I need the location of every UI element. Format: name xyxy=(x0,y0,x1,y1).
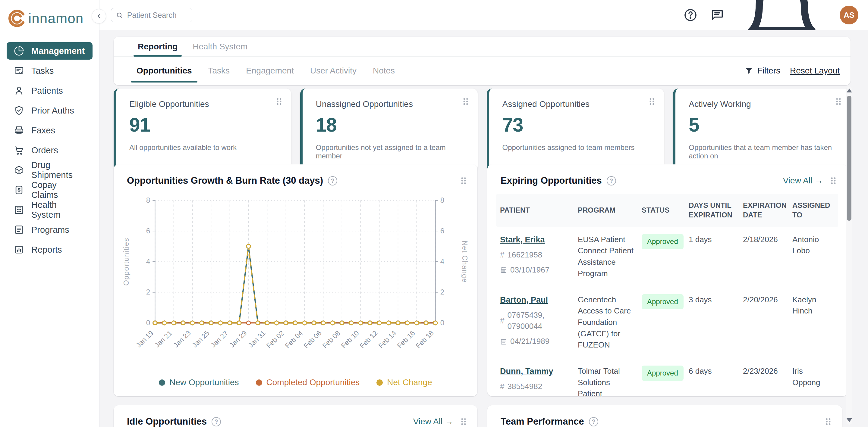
scroll-down-arrow[interactable] xyxy=(846,418,852,422)
stat-card-drag-handle[interactable] xyxy=(648,97,655,106)
idle-view-all-link[interactable]: View All → xyxy=(413,417,453,426)
help-icon[interactable] xyxy=(684,8,698,22)
logo-text: innamon xyxy=(28,10,84,27)
main-content: ReportingHealth System OpportunitiesTask… xyxy=(99,30,868,427)
expiring-title: Expiring Opportunities xyxy=(501,175,602,186)
legend-dot xyxy=(159,380,165,386)
patient-name-link[interactable]: Barton, Paul xyxy=(500,294,548,306)
sidebar-item-management[interactable]: Management xyxy=(7,42,93,60)
patients-icon xyxy=(14,86,24,96)
status-cell: Approved xyxy=(642,366,689,396)
program-cell: Tolmar Total Solutions Patient Assistanc… xyxy=(578,366,642,396)
svg-text:Jan 23: Jan 23 xyxy=(172,329,192,349)
subtab-tasks[interactable]: Tasks xyxy=(205,57,233,85)
tab-reporting[interactable]: Reporting xyxy=(133,37,182,56)
patient-cell: Stark, Erika#1662195803/10/1967 xyxy=(500,234,578,280)
sidebar-item-prior-auths[interactable]: Prior Auths xyxy=(7,102,93,119)
fax-icon xyxy=(14,125,24,135)
svg-text:Feb 18: Feb 18 xyxy=(414,329,435,350)
secondary-tabs-list: OpportunitiesTasksEngagementUser Activit… xyxy=(133,57,398,85)
app-logo: innamon xyxy=(0,0,99,30)
filters-button[interactable]: Filters xyxy=(745,66,780,75)
scroll-up-arrow[interactable] xyxy=(846,89,852,93)
legend-item-2[interactable]: Net Change xyxy=(376,377,432,387)
column-header: PATIENT xyxy=(500,205,578,215)
calendar-icon xyxy=(500,338,507,345)
idle-title: Idle Opportunities xyxy=(127,416,207,427)
sidebar-item-health-system[interactable]: Health System xyxy=(7,201,93,219)
svg-text:Net Change: Net Change xyxy=(461,240,469,283)
logo-icon xyxy=(8,9,27,28)
tab-health-system[interactable]: Health System xyxy=(188,37,252,56)
legend-item-1[interactable]: Completed Opportunities xyxy=(256,377,360,387)
patient-dob: 04/21/1989 xyxy=(500,336,572,347)
sidebar-item-label: Drug Shipments xyxy=(31,160,85,180)
sidebar-item-label: Faxes xyxy=(31,126,55,135)
column-header: EXPIRATION DATE xyxy=(743,201,792,220)
stat-card-drag-handle[interactable] xyxy=(276,97,283,106)
sidebar-item-orders[interactable]: Orders xyxy=(7,141,93,159)
scroll-thumb[interactable] xyxy=(847,96,851,221)
svg-text:Feb 02: Feb 02 xyxy=(265,329,286,350)
sidebar-item-drug-shipments[interactable]: Drug Shipments xyxy=(7,161,93,179)
idle-drag-handle[interactable] xyxy=(460,417,467,426)
assigned-to-cell: Kaelyn Hinch xyxy=(792,294,836,351)
sidebar-item-reports[interactable]: Reports xyxy=(7,241,93,258)
idle-panel: Idle Opportunities ? View All → xyxy=(114,405,477,427)
stat-card-caption: Opportunities that a team member has tak… xyxy=(689,143,837,160)
expiring-help-icon[interactable]: ? xyxy=(607,176,616,186)
svg-text:Feb 04: Feb 04 xyxy=(283,329,304,350)
topbar: 4 AS xyxy=(99,0,868,30)
expiring-view-all-link[interactable]: View All → xyxy=(783,176,823,186)
svg-text:Feb 14: Feb 14 xyxy=(377,329,398,350)
svg-text:Jan 27: Jan 27 xyxy=(209,329,230,349)
svg-text:Jan 25: Jan 25 xyxy=(190,329,211,349)
sidebar-item-patients[interactable]: Patients xyxy=(7,82,93,99)
subtab-user-activity[interactable]: User Activity xyxy=(307,57,360,85)
sidebar-collapse-button[interactable] xyxy=(92,9,106,24)
search-icon xyxy=(116,11,123,19)
days-until-cell: 1 days xyxy=(689,234,743,280)
document-icon xyxy=(14,225,24,235)
patient-name-link[interactable]: Dunn, Tammy xyxy=(500,366,553,377)
stat-card-value: 73 xyxy=(502,114,651,136)
idle-panel-head: Idle Opportunities ? View All → xyxy=(114,405,477,427)
legend-item-0[interactable]: New Opportunities xyxy=(159,377,239,387)
team-drag-handle[interactable] xyxy=(825,417,832,426)
idle-help-icon[interactable]: ? xyxy=(212,417,221,426)
expiring-drag-handle[interactable] xyxy=(830,176,837,185)
assigned-to-cell: Antonio Lobo xyxy=(792,234,836,280)
patient-cell: Barton, Paul#07675439, 0790004404/21/198… xyxy=(500,294,578,351)
reset-layout-link[interactable]: Reset Layout xyxy=(790,66,840,75)
sidebar-item-tasks[interactable]: Tasks xyxy=(7,62,93,79)
subtab-engagement[interactable]: Engagement xyxy=(243,57,297,85)
sidebar-item-copay-claims[interactable]: Copay Claims xyxy=(7,181,93,199)
chart-help-icon[interactable]: ? xyxy=(328,176,337,186)
chart-drag-handle[interactable] xyxy=(460,176,467,185)
svg-text:2: 2 xyxy=(440,288,444,296)
chat-icon[interactable] xyxy=(710,8,724,22)
patient-id: #16621958 xyxy=(500,249,572,261)
svg-text:8: 8 xyxy=(440,196,444,204)
sidebar-item-faxes[interactable]: Faxes xyxy=(7,122,93,139)
days-until-cell: 3 days xyxy=(689,294,743,351)
patient-search-input[interactable] xyxy=(127,11,187,20)
sidebar: innamon ManagementTasksPatientsPrior Aut… xyxy=(0,0,99,427)
column-header: DAYS UNTIL EXPIRATION xyxy=(689,201,743,220)
chart-panel-head: Opportunities Growth & Burn Rate (30 day… xyxy=(114,164,477,186)
svg-text:Feb 10: Feb 10 xyxy=(339,329,361,350)
subtab-opportunities[interactable]: Opportunities xyxy=(133,57,195,85)
subtab-notes[interactable]: Notes xyxy=(370,57,398,85)
stat-card-caption: Opportunities not yet assigned to a team… xyxy=(316,143,464,160)
stat-card-drag-handle[interactable] xyxy=(835,97,842,106)
team-help-icon[interactable]: ? xyxy=(589,417,598,426)
tasks-icon xyxy=(14,66,24,76)
patient-search[interactable] xyxy=(111,8,192,22)
avatar[interactable]: AS xyxy=(840,6,858,24)
team-panel: Team Performance ? xyxy=(487,405,842,427)
expiring-table-header: PATIENTPROGRAMSTATUSDAYS UNTIL EXPIRATIO… xyxy=(496,194,838,227)
stat-card-drag-handle[interactable] xyxy=(462,97,469,106)
table-row: Barton, Paul#07675439, 0790004404/21/198… xyxy=(499,287,836,358)
sidebar-item-programs[interactable]: Programs xyxy=(7,221,93,238)
patient-name-link[interactable]: Stark, Erika xyxy=(500,234,545,246)
